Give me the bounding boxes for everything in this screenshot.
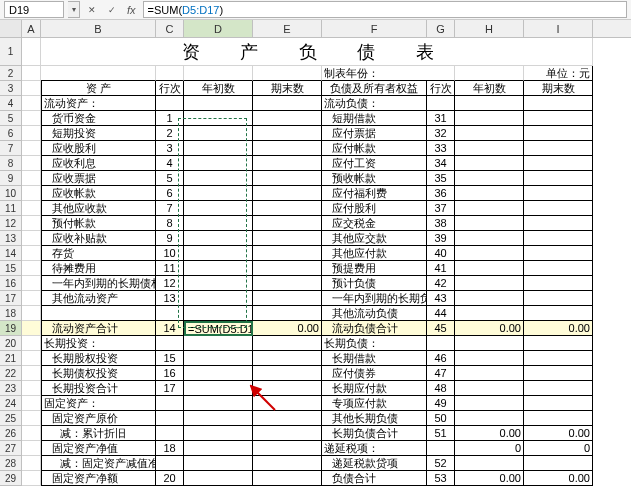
cell[interactable]: 0.00 xyxy=(524,426,593,441)
cell[interactable]: 待摊费用 xyxy=(41,261,156,276)
cell[interactable]: 16 xyxy=(156,366,184,381)
cell[interactable]: 其他应交款 xyxy=(322,231,427,246)
cell[interactable]: 41 xyxy=(427,261,455,276)
cell[interactable] xyxy=(455,396,524,411)
cell[interactable] xyxy=(184,156,253,171)
cell[interactable]: 长期负债合计 xyxy=(322,426,427,441)
cell[interactable]: 应付债券 xyxy=(322,366,427,381)
cell[interactable]: 预提费用 xyxy=(322,261,427,276)
cell[interactable]: 47 xyxy=(427,366,455,381)
cell[interactable]: 固定资产： xyxy=(41,396,156,411)
cell[interactable]: 其他流动资产 xyxy=(41,291,156,306)
row-header[interactable]: 28 xyxy=(0,456,22,471)
cell[interactable] xyxy=(455,411,524,426)
row-header[interactable]: 29 xyxy=(0,471,22,486)
cell[interactable]: 应交税金 xyxy=(322,216,427,231)
cell[interactable] xyxy=(455,126,524,141)
cell[interactable]: 一年内到期的长期负债 xyxy=(322,291,427,306)
cell[interactable] xyxy=(524,291,593,306)
cell[interactable]: 20 xyxy=(156,471,184,486)
cell[interactable]: 长期债权投资 xyxy=(41,366,156,381)
cell[interactable] xyxy=(184,261,253,276)
cell[interactable]: 其他应收款 xyxy=(41,201,156,216)
cell[interactable] xyxy=(524,141,593,156)
cell[interactable]: 货币资金 xyxy=(41,111,156,126)
cell[interactable] xyxy=(253,441,322,456)
row-header[interactable]: 26 xyxy=(0,426,22,441)
cell[interactable] xyxy=(184,186,253,201)
cell[interactable] xyxy=(524,216,593,231)
cell[interactable] xyxy=(524,336,593,351)
cell[interactable] xyxy=(156,411,184,426)
cell[interactable]: 应收利息 xyxy=(41,156,156,171)
cell[interactable] xyxy=(455,336,524,351)
cell[interactable] xyxy=(184,306,253,321)
cell[interactable] xyxy=(253,306,322,321)
cell[interactable] xyxy=(524,186,593,201)
cell[interactable] xyxy=(524,396,593,411)
cell[interactable]: 6 xyxy=(156,186,184,201)
cell[interactable] xyxy=(455,366,524,381)
header-cell[interactable]: 年初数 xyxy=(184,81,253,96)
cell[interactable] xyxy=(253,186,322,201)
formula-input[interactable]: =SUM(D5:D17) xyxy=(143,1,627,18)
cell[interactable] xyxy=(184,396,253,411)
cell[interactable]: 长期股权投资 xyxy=(41,351,156,366)
cell[interactable] xyxy=(184,96,253,111)
spreadsheet-grid[interactable]: A B C D E F G H I 1 资 产 负 债 表 2 制表年份： 单位… xyxy=(0,20,631,486)
cell[interactable]: 应收票据 xyxy=(41,171,156,186)
cell[interactable] xyxy=(184,201,253,216)
row-header[interactable]: 22 xyxy=(0,366,22,381)
cell[interactable]: 5 xyxy=(156,171,184,186)
row-header[interactable]: 10 xyxy=(0,186,22,201)
cell[interactable]: 应付票据 xyxy=(322,126,427,141)
cell[interactable]: 14 xyxy=(156,321,184,336)
row-header[interactable]: 6 xyxy=(0,126,22,141)
cell[interactable]: 42 xyxy=(427,276,455,291)
cell[interactable] xyxy=(253,336,322,351)
cell[interactable] xyxy=(41,306,156,321)
cell[interactable]: 其他应付款 xyxy=(322,246,427,261)
row-header[interactable]: 4 xyxy=(0,96,22,111)
row-header[interactable]: 16 xyxy=(0,276,22,291)
meta-year[interactable]: 制表年份： xyxy=(322,66,455,81)
cell[interactable] xyxy=(455,291,524,306)
cell[interactable] xyxy=(524,171,593,186)
col-header[interactable]: G xyxy=(427,20,455,37)
cell[interactable] xyxy=(253,171,322,186)
cell[interactable] xyxy=(455,351,524,366)
cell[interactable] xyxy=(455,306,524,321)
cell[interactable] xyxy=(524,411,593,426)
active-cell[interactable]: =SUM(D5:D17) xyxy=(184,321,253,336)
cell[interactable] xyxy=(253,276,322,291)
cell[interactable]: 36 xyxy=(427,186,455,201)
cell[interactable]: 存货 xyxy=(41,246,156,261)
cell[interactable]: 12 xyxy=(156,276,184,291)
cell[interactable]: 13 xyxy=(156,291,184,306)
cell[interactable]: 固定资产净值 xyxy=(41,441,156,456)
row-header[interactable]: 8 xyxy=(0,156,22,171)
cell[interactable]: 4 xyxy=(156,156,184,171)
cell[interactable]: 预计负债 xyxy=(322,276,427,291)
cell[interactable]: 固定资产净额 xyxy=(41,471,156,486)
cell[interactable] xyxy=(184,366,253,381)
cell[interactable]: 应收帐款 xyxy=(41,186,156,201)
cell[interactable] xyxy=(524,156,593,171)
cell[interactable]: 50 xyxy=(427,411,455,426)
cell[interactable] xyxy=(184,276,253,291)
cell[interactable] xyxy=(253,216,322,231)
cell[interactable] xyxy=(156,396,184,411)
cell[interactable] xyxy=(253,261,322,276)
cell[interactable]: 33 xyxy=(427,141,455,156)
cell[interactable]: 短期投资 xyxy=(41,126,156,141)
cell[interactable] xyxy=(455,201,524,216)
cell[interactable]: 34 xyxy=(427,156,455,171)
cell[interactable] xyxy=(184,351,253,366)
cell[interactable] xyxy=(455,186,524,201)
row-header[interactable]: 1 xyxy=(0,38,22,66)
cell[interactable] xyxy=(524,201,593,216)
cell[interactable] xyxy=(524,351,593,366)
cell[interactable] xyxy=(184,141,253,156)
cell[interactable] xyxy=(253,396,322,411)
cell[interactable]: 48 xyxy=(427,381,455,396)
